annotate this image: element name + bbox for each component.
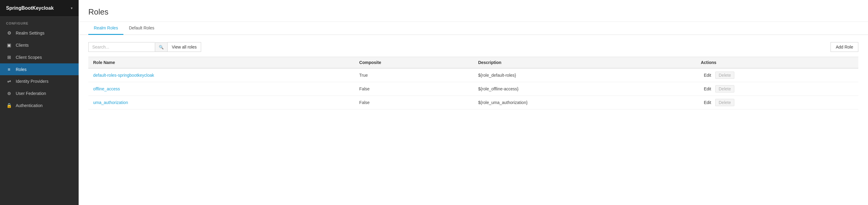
cell-actions: Edit Delete xyxy=(696,82,858,96)
col-actions: Actions xyxy=(696,57,858,69)
cell-description: ${role_offline-access} xyxy=(473,82,696,96)
user-federation-icon: ⊚ xyxy=(6,91,12,96)
cell-role-name: uma_authorization xyxy=(88,96,354,109)
roles-icon: ≡ xyxy=(6,67,12,72)
chevron-down-icon: ▾ xyxy=(71,6,72,10)
sidebar-label-clients: Clients xyxy=(16,43,29,48)
sidebar-label-realm-settings: Realm Settings xyxy=(16,31,44,35)
page-title: Roles xyxy=(79,0,868,22)
cell-description: ${role_default-roles} xyxy=(473,68,696,82)
cell-actions: Edit Delete xyxy=(696,96,858,109)
content-area: 🔍 View all roles Add Role Role Name Comp… xyxy=(79,35,868,205)
roles-table: Role Name Composite Description Actions … xyxy=(88,57,858,109)
search-button[interactable]: 🔍 xyxy=(155,43,167,52)
sidebar-header[interactable]: SpringBootKeycloak ▾ xyxy=(0,0,79,17)
sidebar: SpringBootKeycloak ▾ Configure ⚙Realm Se… xyxy=(0,0,79,205)
toolbar-left: 🔍 View all roles xyxy=(88,42,201,52)
sidebar-item-clients[interactable]: ▣Clients xyxy=(0,39,79,51)
table-row: default-roles-springbootkeycloak True ${… xyxy=(88,68,858,82)
main-content: Roles Realm Roles Default Roles 🔍 View a… xyxy=(79,0,868,205)
sidebar-item-authentication[interactable]: 🔒Authentication xyxy=(0,100,79,111)
table-body: default-roles-springbootkeycloak True ${… xyxy=(88,68,858,109)
col-role-name: Role Name xyxy=(88,57,354,69)
delete-button[interactable]: Delete xyxy=(715,72,734,79)
sidebar-label-identity-providers: Identity Providers xyxy=(16,79,49,84)
sidebar-label-user-federation: User Federation xyxy=(16,91,46,96)
col-composite: Composite xyxy=(354,57,473,69)
cell-actions: Edit Delete xyxy=(696,68,858,82)
col-description: Description xyxy=(473,57,696,69)
sidebar-section-configure: Configure xyxy=(0,17,79,27)
sidebar-item-roles[interactable]: ≡Roles xyxy=(0,63,79,75)
role-name-link[interactable]: offline_access xyxy=(93,86,120,91)
authentication-icon: 🔒 xyxy=(6,103,12,108)
delete-button[interactable]: Delete xyxy=(715,85,734,93)
role-name-link[interactable]: default-roles-springbootkeycloak xyxy=(93,73,154,78)
cell-composite: False xyxy=(354,82,473,96)
cell-composite: False xyxy=(354,96,473,109)
add-role-button[interactable]: Add Role xyxy=(831,42,858,52)
client-scopes-icon: ⊞ xyxy=(6,55,12,60)
sidebar-label-authentication: Authentication xyxy=(16,103,43,108)
tab-bar: Realm Roles Default Roles xyxy=(79,22,868,35)
role-name-link[interactable]: uma_authorization xyxy=(93,100,128,105)
search-input[interactable] xyxy=(88,42,155,52)
cell-role-name: offline_access xyxy=(88,82,354,96)
sidebar-item-user-federation[interactable]: ⊚User Federation xyxy=(0,87,79,100)
cell-composite: True xyxy=(354,68,473,82)
delete-button[interactable]: Delete xyxy=(715,99,734,106)
sidebar-nav: ⚙Realm Settings▣Clients⊞Client Scopes≡Ro… xyxy=(0,27,79,111)
clients-icon: ▣ xyxy=(6,43,12,48)
table-row: offline_access False ${role_offline-acce… xyxy=(88,82,858,96)
app-name: SpringBootKeycloak xyxy=(6,5,54,11)
sidebar-item-realm-settings[interactable]: ⚙Realm Settings xyxy=(0,27,79,39)
view-all-roles-button[interactable]: View all roles xyxy=(167,42,201,52)
toolbar: 🔍 View all roles Add Role xyxy=(88,42,858,52)
tab-realm-roles[interactable]: Realm Roles xyxy=(88,22,123,35)
cell-role-name: default-roles-springbootkeycloak xyxy=(88,68,354,82)
cell-description: ${role_uma_authorization} xyxy=(473,96,696,109)
sidebar-label-client-scopes: Client Scopes xyxy=(16,55,42,60)
table-row: uma_authorization False ${role_uma_autho… xyxy=(88,96,858,109)
sidebar-label-roles: Roles xyxy=(16,67,27,72)
sidebar-item-identity-providers[interactable]: ⇌Identity Providers xyxy=(0,75,79,87)
sidebar-item-client-scopes[interactable]: ⊞Client Scopes xyxy=(0,51,79,63)
edit-button[interactable]: Edit xyxy=(701,99,714,106)
toolbar-right: Add Role xyxy=(831,42,858,52)
edit-button[interactable]: Edit xyxy=(701,72,714,79)
edit-button[interactable]: Edit xyxy=(701,85,714,92)
table-header-row: Role Name Composite Description Actions xyxy=(88,57,858,69)
tab-default-roles[interactable]: Default Roles xyxy=(123,22,160,35)
identity-providers-icon: ⇌ xyxy=(6,79,12,84)
realm-settings-icon: ⚙ xyxy=(6,30,12,36)
